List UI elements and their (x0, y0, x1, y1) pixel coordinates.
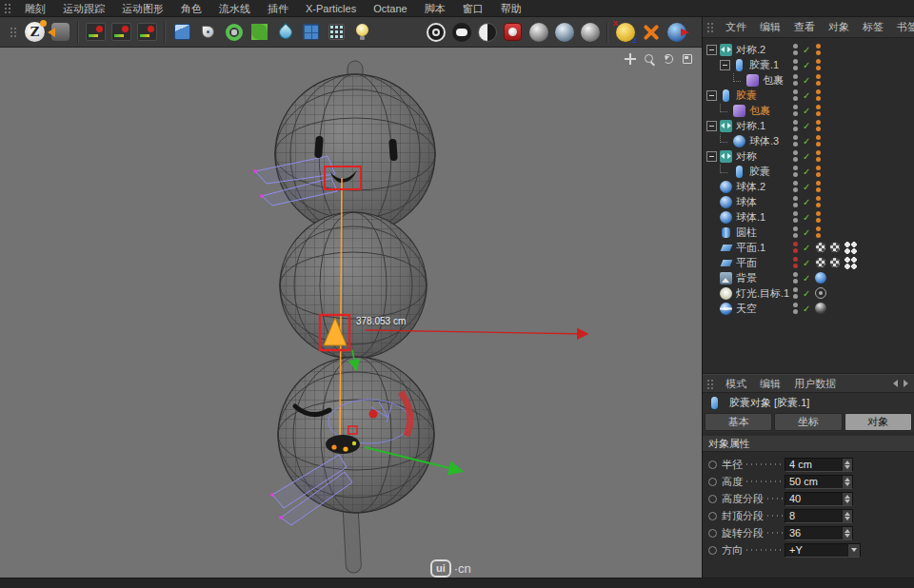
stepper-arrows[interactable] (842, 527, 852, 539)
sky-object-icon[interactable] (720, 303, 732, 315)
tag-icon[interactable] (815, 135, 823, 147)
tool-mograph-cloner-button[interactable] (247, 19, 272, 45)
viewport-3d-scene[interactable] (0, 48, 702, 578)
menu-xparticles[interactable]: X-Particles (297, 0, 365, 17)
tree-row[interactable]: 平面 (703, 255, 914, 270)
object-label[interactable]: 胶囊 (749, 165, 791, 179)
visibility-dots[interactable] (793, 226, 798, 238)
enable-check-icon[interactable] (803, 258, 815, 268)
expand-toggle-icon[interactable] (706, 45, 717, 55)
sphere-object-icon[interactable] (720, 181, 732, 193)
stepper-arrows[interactable] (842, 476, 852, 488)
om-menu-bookmarks[interactable]: 书签 (890, 20, 914, 34)
tree-row[interactable]: 胶囊.1 (703, 57, 914, 72)
enable-check-icon[interactable] (803, 106, 815, 116)
menu-character[interactable]: 角色 (172, 0, 210, 17)
symmetry-object-icon[interactable] (720, 150, 732, 163)
object-label[interactable]: 对称.1 (736, 119, 791, 133)
tree-row[interactable]: 球体.3 (703, 133, 914, 148)
tree-row[interactable]: 球体.1 (703, 209, 914, 225)
tool-record-button-3[interactable] (134, 19, 160, 45)
tag-icon[interactable] (815, 166, 823, 178)
panel-grip-icon[interactable] (706, 379, 715, 389)
target-tag-icon[interactable] (815, 287, 826, 299)
am-menu-edit[interactable]: 编辑 (753, 377, 787, 391)
enable-check-icon[interactable] (803, 90, 815, 101)
tool-record-button-1[interactable] (83, 19, 109, 45)
visibility-dots[interactable] (793, 272, 798, 284)
expand-toggle-icon[interactable] (706, 121, 717, 131)
tool-goz-button[interactable] (22, 19, 48, 45)
tag-icon[interactable] (815, 211, 823, 224)
menu-motion-tracker[interactable]: 运动跟踪 (54, 0, 113, 17)
texture-tag-icon[interactable] (815, 303, 826, 314)
enable-check-icon[interactable] (803, 304, 815, 314)
enable-check-icon[interactable] (803, 45, 815, 55)
object-label[interactable]: 包裹 (763, 73, 791, 88)
tool-metaball-button[interactable] (272, 19, 298, 45)
tool-subdivision-surface-button[interactable] (221, 19, 247, 45)
tool-light-button[interactable] (349, 19, 375, 45)
tag-icon[interactable] (815, 196, 823, 208)
viewport[interactable]: 378.053 cm ui ·cn (0, 48, 702, 578)
visibility-dots[interactable] (793, 211, 798, 223)
visibility-dots[interactable] (793, 242, 798, 253)
enable-check-icon[interactable] (803, 243, 815, 253)
height-field[interactable]: 50 cm (785, 475, 853, 489)
viewport-zoom-icon[interactable] (644, 53, 655, 65)
am-menu-userdata[interactable]: 用户数据 (787, 377, 843, 391)
light-object-icon[interactable] (720, 287, 732, 300)
tag-icon[interactable] (815, 120, 823, 132)
tool-render-view-button[interactable] (423, 19, 448, 45)
tab-basic[interactable]: 基本 (705, 413, 772, 431)
dango-sphere-middle[interactable] (280, 212, 427, 359)
am-back-icon[interactable] (893, 380, 898, 387)
symmetry-object-icon[interactable] (720, 120, 732, 132)
menu-plugins[interactable]: 插件 (259, 0, 297, 17)
enable-check-icon[interactable] (803, 60, 815, 70)
stepper-arrows[interactable] (842, 459, 852, 471)
enable-check-icon[interactable] (803, 167, 815, 177)
object-label[interactable]: 平面 (736, 256, 791, 270)
menu-pipeline[interactable]: 流水线 (210, 0, 259, 17)
symmetry-object-icon[interactable] (720, 44, 732, 56)
enable-check-icon[interactable] (803, 182, 815, 192)
background-object-icon[interactable] (720, 272, 732, 284)
tag-icon[interactable] (815, 226, 823, 239)
expand-toggle-icon[interactable] (720, 60, 730, 70)
am-forward-icon[interactable] (904, 380, 908, 387)
viewport-pan-icon[interactable] (625, 53, 636, 65)
object-label[interactable]: 球体.2 (736, 180, 791, 194)
enable-check-icon[interactable] (803, 75, 815, 86)
am-menu-mode[interactable]: 模式 (719, 377, 753, 391)
tag-icon[interactable] (815, 44, 823, 56)
object-label[interactable]: 天空 (736, 302, 791, 316)
object-label[interactable]: 包裹 (749, 104, 791, 118)
tree-row[interactable]: 包裹 (703, 72, 914, 88)
menu-mograph[interactable]: 运动图形 (113, 0, 172, 17)
object-label[interactable]: 球体 (736, 195, 791, 209)
spline-point[interactable] (253, 169, 257, 173)
enable-check-icon[interactable] (803, 136, 815, 147)
om-menu-objects[interactable]: 对象 (822, 20, 856, 34)
object-label[interactable]: 圆柱 (736, 225, 791, 240)
capsule-object-icon[interactable] (720, 89, 732, 102)
tag-icon[interactable] (815, 105, 823, 117)
tree-row[interactable]: 灯光.目标.1 (703, 285, 914, 301)
plane-object-icon[interactable] (720, 257, 732, 269)
menu-window[interactable]: 窗口 (454, 0, 492, 17)
texture-tag-icon[interactable] (829, 257, 841, 268)
enable-check-icon[interactable] (803, 151, 815, 162)
expand-toggle-icon[interactable] (706, 90, 717, 101)
compositing-tag-icon[interactable] (844, 241, 858, 255)
tree-row[interactable]: 平面.1 (703, 240, 914, 255)
plane-object-icon[interactable] (720, 242, 732, 254)
tab-coordinates[interactable]: 坐标 (774, 413, 842, 431)
visibility-dots[interactable] (793, 287, 798, 299)
tool-axis-mode-button[interactable] (612, 19, 638, 45)
visibility-dots[interactable] (793, 120, 798, 131)
tool-make-editable-button[interactable] (48, 19, 73, 45)
cap-segments-field[interactable]: 8 (785, 509, 853, 523)
panel-grip-icon[interactable] (706, 22, 715, 32)
enable-check-icon[interactable] (803, 121, 815, 131)
